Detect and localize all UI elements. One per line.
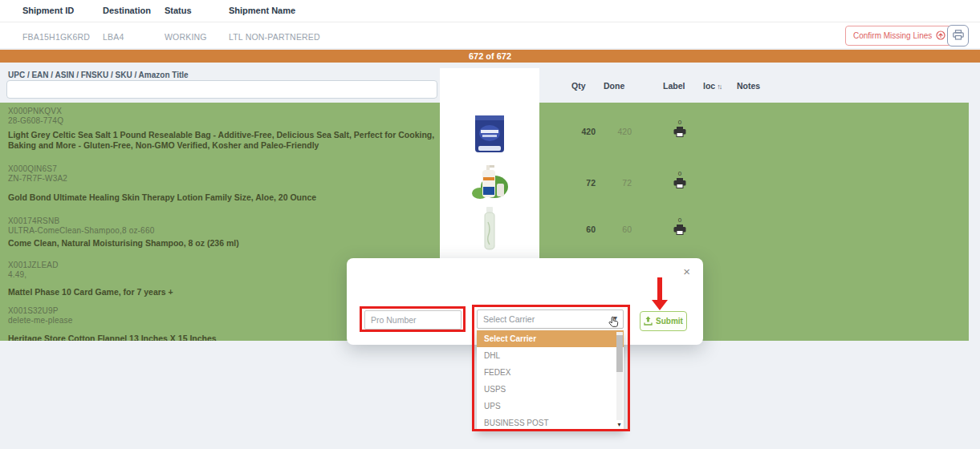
product-image-shampoo [440,206,539,254]
confirm-missing-lines-label: Confirm Missing Lines [853,31,932,40]
row-values: 60 60 0 [539,216,748,245]
col-shipment-id: Shipment ID [22,6,74,15]
qty-value: 420 [555,127,596,136]
header-divider [0,22,980,22]
done-value: 72 [592,178,632,188]
printer-icon [673,126,686,140]
print-shipment-button[interactable] [947,25,969,47]
carrier-select[interactable]: Select Carrier ▾ [477,309,624,329]
col-status: Status [165,6,192,15]
shipment-workscreen: Shipment ID Destination Status Shipment … [0,0,980,449]
row-sku: ULTRA-ComeClean-Shampoo,8 oz-660 [8,226,154,235]
progress-bar: 672 of 672 [0,50,980,63]
col-shipment-name: Shipment Name [229,6,295,15]
col-done: Done [604,81,624,91]
col-loc-text: loc [703,81,715,91]
row-sku: X001S32U9P [8,306,59,315]
done-value: 60 [592,224,632,234]
row-values: 420 420 0 [539,119,748,148]
carrier-option[interactable]: USPS [477,381,624,398]
col-notes: Notes [737,81,760,91]
submit-label: Submit [656,317,683,326]
submit-button[interactable]: Submit [640,311,687,331]
confirm-missing-lines-button[interactable]: Confirm Missing Lines [845,26,954,46]
shipment-id-value: FBA15H1GK6RD [22,32,90,42]
annotation-arrow [657,277,662,301]
dropdown-scrollbar-thumb[interactable] [616,335,623,372]
col-label: Label [663,81,685,91]
done-value: 420 [592,127,632,136]
sort-arrows-icon: ↑↓ [717,83,721,91]
label-count: 0 [668,170,692,177]
pro-number-input[interactable] [364,310,462,330]
qty-value: 72 [555,178,596,188]
row-title: Light Grey Celtic Sea Salt 1 Pound Resea… [8,130,435,150]
printer-icon [953,29,964,43]
col-destination: Destination [103,6,151,15]
annotation-arrow-head [652,300,668,310]
upload-icon [644,316,653,327]
row-print-button[interactable]: 0 [668,216,692,238]
row-sku: ZN-7R7F-W3A2 [8,174,67,183]
row-sku: X00174RSNB [8,216,59,225]
row-print-button[interactable]: 0 [668,119,692,140]
row-sku: X000QIN6S7 [8,164,57,173]
scroll-down-arrow-icon[interactable]: ▾ [616,421,623,428]
product-image-lotion [440,163,539,206]
qty-value: 60 [555,224,596,234]
destination-value: LBA4 [103,32,124,42]
search-label: UPC / EAN / ASIN / FNSKU / SKU / Amazon … [8,71,189,79]
search-input[interactable] [6,80,437,99]
carrier-option[interactable]: DHL [477,347,624,364]
row-sku: X000PNKQVX [8,107,62,115]
row-title: Come Clean, Natural Moisturising Shampoo… [8,238,435,249]
printer-icon [673,177,686,191]
label-count: 0 [668,119,692,126]
carrier-option[interactable]: Select Carrier [477,330,624,347]
row-sku: 28-G608-774Q [8,116,63,125]
carrier-dropdown-list: Select Carrier DHL FEDEX USPS UPS BUSINE… [477,330,624,431]
shipment-header: Shipment ID Destination Status Shipment … [0,0,980,48]
status-value: WORKING [165,32,207,42]
send-circle-icon [936,30,945,42]
row-sku: 4.49, [8,270,26,279]
col-qty: Qty [571,81,586,91]
carrier-option[interactable]: FEDEX [477,364,624,381]
printer-icon [673,224,686,237]
carrier-option[interactable]: BUSINESS POST [477,415,624,431]
close-icon[interactable]: × [683,265,690,278]
carrier-select-value: Select Carrier [483,314,535,324]
row-sku: delete-me-please [8,316,72,325]
label-count: 0 [668,216,692,224]
row-title: Gold Bond Ultimate Healing Skin Therapy … [8,192,435,203]
carrier-option[interactable]: UPS [477,398,624,415]
row-sku: X001JZLEAD [8,261,59,269]
hand-cursor-icon [608,316,620,333]
row-values: 72 72 0 [539,170,748,199]
row-print-button[interactable]: 0 [668,170,692,192]
product-image-sea-salt [440,112,539,157]
col-loc-sort[interactable]: loc↑↓ [703,81,721,91]
shipment-name-value: LTL NON-PARTNERED [229,32,320,42]
